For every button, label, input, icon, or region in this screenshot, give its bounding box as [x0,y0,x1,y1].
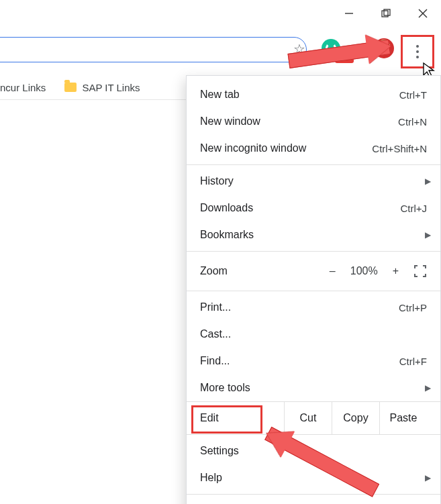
menu-label: New incognito window [200,142,372,154]
menu-item-find[interactable]: Find... Ctrl+F [187,348,440,374]
menu-item-help[interactable]: Help ▶ [187,464,440,491]
menu-item-downloads[interactable]: Downloads Ctrl+J [187,195,440,221]
menu-label: Zoom [200,265,330,277]
chrome-main-menu: New tab Ctrl+T New window Ctrl+N New inc… [186,75,441,504]
menu-shortcut: Ctrl+F [399,356,427,367]
menu-label: Print... [200,301,399,313]
maximize-button[interactable] [367,0,404,27]
menu-item-zoom: Zoom – 100% + [187,254,440,288]
menu-label: More tools [200,382,427,394]
zoom-value: 100% [350,265,378,277]
address-bar[interactable] [0,37,307,62]
bookmark-folder[interactable]: ncur Links [0,82,55,93]
menu-item-bookmarks[interactable]: Bookmarks ▶ [187,221,440,248]
chevron-right-icon: ▶ [425,230,431,240]
menu-item-history[interactable]: History ▶ [187,168,440,195]
minimize-button[interactable] [330,0,367,27]
chevron-right-icon: ▶ [425,473,431,483]
menu-label: History [200,175,427,187]
folder-icon [64,83,77,92]
bookmark-folder[interactable]: SAP IT Links [55,82,149,93]
menu-item-new-window[interactable]: New window Ctrl+N [187,108,440,135]
menu-item-more-tools[interactable]: More tools ▶ [187,374,440,401]
menu-shortcut: Ctrl+T [399,89,427,101]
bookmark-label: SAP IT Links [82,82,140,93]
zoom-out-button[interactable]: – [330,265,336,277]
edit-copy-button[interactable]: Copy [332,402,379,434]
menu-shortcut: Ctrl+N [398,116,427,128]
window-controls [330,0,441,27]
menu-label: Downloads [200,202,400,214]
menu-shortcut: Ctrl+Shift+N [372,143,427,154]
menu-label: New tab [200,89,399,101]
menu-shortcut: Ctrl+J [400,203,427,214]
edit-paste-button[interactable]: Paste [379,402,427,434]
fullscreen-icon[interactable] [413,264,427,278]
menu-label: Cast... [200,328,427,340]
menu-item-print[interactable]: Print... Ctrl+P [187,294,440,321]
menu-label: Help [200,472,427,484]
menu-item-incognito[interactable]: New incognito window Ctrl+Shift+N [187,135,440,162]
chevron-right-icon: ▶ [425,383,431,393]
menu-item-exit[interactable]: Exit [187,497,440,504]
menu-label: New window [200,115,398,128]
menu-item-new-tab[interactable]: New tab Ctrl+T [187,81,440,108]
bookmark-label: ncur Links [0,82,46,93]
menu-label: Find... [200,355,399,367]
menu-label: Bookmarks [200,229,427,241]
menu-item-edit: Edit Cut Copy Paste [187,401,440,435]
chevron-right-icon: ▶ [425,177,431,186]
menu-item-cast[interactable]: Cast... [187,321,440,348]
close-button[interactable] [404,0,441,27]
menu-shortcut: Ctrl+P [399,302,427,313]
zoom-in-button[interactable]: + [393,265,399,277]
